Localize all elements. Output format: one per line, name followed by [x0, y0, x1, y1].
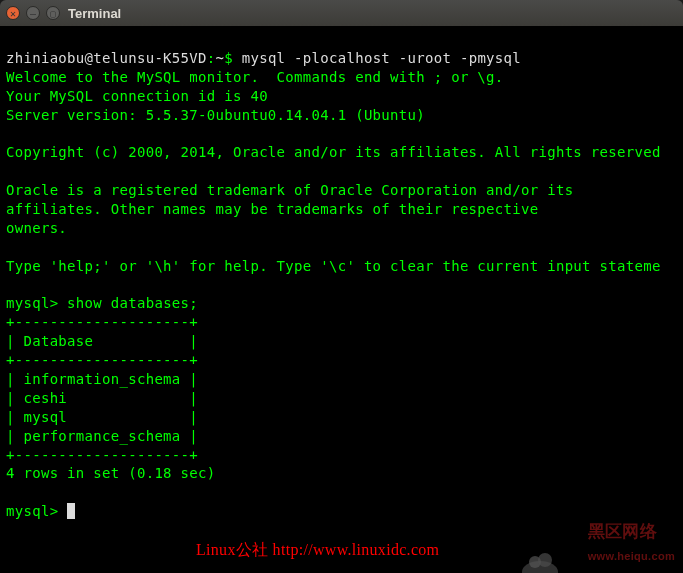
maximize-icon[interactable]: ▢: [46, 6, 60, 20]
close-icon[interactable]: ✕: [6, 6, 20, 20]
mysql-trademark-1: Oracle is a registered trademark of Orac…: [6, 182, 573, 198]
mysql-prompt-2: mysql>: [6, 503, 58, 519]
cursor: [67, 503, 75, 519]
table-border-mid: +--------------------+: [6, 352, 198, 368]
window-controls: ✕ – ▢: [6, 6, 60, 20]
mysql-welcome: Welcome to the MySQL monitor. Commands e…: [6, 69, 504, 85]
table-border-bot: +--------------------+: [6, 447, 198, 463]
mysql-connection-id: Your MySQL connection id is 40: [6, 88, 268, 104]
window-title: Terminal: [68, 6, 121, 21]
table-row: | mysql |: [6, 409, 198, 425]
table-header: | Database |: [6, 333, 198, 349]
mysql-trademark-3: owners.: [6, 220, 67, 236]
mysql-prompt: mysql>: [6, 295, 58, 311]
sql-command: show databases;: [67, 295, 198, 311]
watermark-linuxidc: Linux公社 http://www.linuxidc.com: [196, 539, 439, 561]
table-row: | performance_schema |: [6, 428, 198, 444]
watermark-logo-icon: [503, 533, 543, 565]
mysql-help: Type 'help;' or '\h' for help. Type '\c'…: [6, 258, 661, 274]
minimize-icon[interactable]: –: [26, 6, 40, 20]
prompt-user-host: zhiniaobu@telunsu-K55VD: [6, 50, 207, 66]
mysql-version: Server version: 5.5.37-0ubuntu0.14.04.1 …: [6, 107, 425, 123]
titlebar: ✕ – ▢ Terminal: [0, 0, 683, 26]
prompt-cwd: ~: [216, 50, 225, 66]
mysql-trademark-2: affiliates. Other names may be trademark…: [6, 201, 538, 217]
shell-command: mysql -plocalhost -uroot -pmysql: [242, 50, 521, 66]
watermark-heiqu: 黑区网络www.heiqu.com: [588, 521, 675, 567]
table-border-top: +--------------------+: [6, 314, 198, 330]
mysql-copyright: Copyright (c) 2000, 2014, Oracle and/or …: [6, 144, 661, 160]
result-summary: 4 rows in set (0.18 sec): [6, 465, 216, 481]
svg-point-2: [538, 553, 552, 567]
terminal-content[interactable]: zhiniaobu@telunsu-K55VD:~$ mysql -plocal…: [0, 26, 683, 573]
table-row: | information_schema |: [6, 371, 198, 387]
prompt-separator: $: [224, 50, 233, 66]
table-row: | ceshi |: [6, 390, 198, 406]
